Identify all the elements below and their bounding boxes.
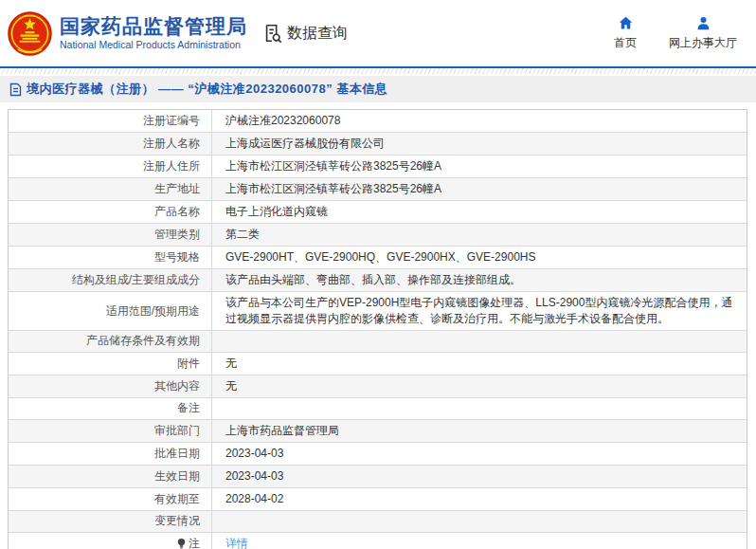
row-label: 批准日期 (9, 443, 212, 465)
user-icon (695, 15, 711, 31)
row-label: 审批部门 (9, 420, 212, 442)
table-row: 批准日期 2023-04-03 (9, 443, 747, 466)
site-subtitle: National Medical Products Administration (60, 38, 247, 51)
document-icon (9, 82, 22, 97)
row-value: 第二类 (212, 224, 747, 246)
row-label-text: 适用范围/预期用途 (106, 303, 200, 320)
row-label-text: 管理类别 (154, 227, 200, 243)
row-value: 无 (212, 375, 747, 397)
national-emblem-logo (8, 11, 52, 56)
row-label-text: 有效期至 (154, 491, 200, 507)
breadcrumb: 境内医疗器械（注册） —— “沪械注准20232060078” 基本信息 (0, 76, 756, 102)
table-row: 注 详情 (9, 533, 747, 549)
table-row: 型号规格 GVE-2900HT、GVE-2900HQ、GVE-2900HX、GV… (9, 247, 747, 269)
table-row: 审批部门 上海市药品监督管理局 (9, 420, 747, 443)
row-label-text: 结构及组成/主要组成成分 (72, 272, 200, 288)
row-value: 2023-04-03 (212, 443, 747, 465)
row-value: 上海成运医疗器械股份有限公司 (212, 133, 747, 155)
detail-link[interactable]: 详情 (225, 536, 248, 549)
table-row: 备注 (9, 398, 747, 420)
row-label-text: 批准日期 (154, 446, 200, 462)
row-value (212, 398, 747, 419)
row-label: 变更情况 (9, 511, 212, 532)
row-value: 无 (212, 353, 747, 375)
nav-home[interactable]: 首页 (614, 15, 637, 51)
row-label: 产品名称 (9, 201, 212, 223)
row-label: 备注 (9, 398, 212, 419)
row-value (212, 511, 747, 532)
table-row: 结构及组成/主要组成成分 该产品由头端部、弯曲部、插入部、操作部及连接部组成。 (9, 269, 747, 292)
table-row: 注册证编号 沪械注准20232060078 (9, 110, 747, 133)
row-label: 结构及组成/主要组成成分 (9, 269, 212, 291)
row-label-text: 注册证编号 (143, 113, 200, 129)
document-search-icon (262, 23, 283, 44)
table-row: 产品储存条件及有效期 (9, 331, 747, 353)
nav-service-hall[interactable]: 网上办事大厅 (669, 15, 737, 51)
row-label-text: 注 (189, 536, 200, 549)
row-label-text: 备注 (177, 400, 200, 416)
info-table: 注册证编号 沪械注准20232060078 注册人名称 上海成运医疗器械股份有限… (8, 109, 747, 549)
row-value: 2023-04-03 (212, 466, 747, 487)
row-label: 有效期至 (9, 488, 212, 510)
row-label-text: 注册人名称 (143, 136, 200, 152)
row-label-text: 型号规格 (154, 249, 200, 265)
table-row: 变更情况 (9, 511, 747, 533)
table-row: 产品名称 电子上消化道内窥镜 (9, 201, 747, 224)
table-row: 附件 无 (9, 353, 747, 375)
row-label-text: 产品名称 (154, 204, 200, 220)
row-label: 型号规格 (9, 247, 212, 268)
row-value: 该产品与本公司生产的VEP-2900H型电子内窥镜图像处理器、LLS-2900型… (212, 292, 747, 330)
table-row: 适用范围/预期用途 该产品与本公司生产的VEP-2900H型电子内窥镜图像处理器… (9, 292, 747, 331)
row-value: 详情 (212, 533, 747, 549)
row-label-text: 变更情况 (154, 513, 200, 529)
row-label: 注 (9, 533, 212, 549)
row-label-text: 生效日期 (154, 468, 200, 485)
nav-home-label: 首页 (614, 35, 637, 51)
row-value (212, 331, 747, 352)
top-navigation: 首页 网上办事大厅 (614, 15, 743, 51)
row-label-text: 附件 (177, 356, 200, 372)
row-label: 注册人住所 (9, 156, 212, 177)
row-label: 注册证编号 (9, 110, 212, 132)
row-value: 2028-04-02 (212, 488, 747, 510)
table-row: 注册人住所 上海市松江区洞泾镇莘砖公路3825号26幢A (9, 156, 747, 178)
row-label: 生产地址 (9, 178, 212, 200)
table-row: 生产地址 上海市松江区洞泾镇莘砖公路3825号26幢A (9, 178, 747, 201)
home-icon (618, 15, 634, 31)
brand-text: 国家药品监督管理局 National Medical Products Admi… (60, 15, 247, 51)
data-query-button[interactable]: 数据查询 (262, 23, 348, 44)
row-label: 管理类别 (9, 224, 212, 246)
site-title: 国家药品监督管理局 (60, 15, 247, 38)
brand: 国家药品监督管理局 National Medical Products Admi… (8, 11, 247, 56)
row-label-text: 审批部门 (154, 423, 200, 439)
table-row: 有效期至 2028-04-02 (9, 488, 747, 511)
table-row: 生效日期 2023-04-03 (9, 466, 747, 488)
row-label: 其他内容 (9, 375, 212, 397)
row-value: 该产品由头端部、弯曲部、插入部、操作部及连接部组成。 (212, 269, 747, 291)
row-label: 附件 (9, 353, 212, 375)
row-label: 注册人名称 (9, 133, 212, 155)
row-label: 生效日期 (9, 466, 212, 487)
site-header: 国家药品监督管理局 National Medical Products Admi… (0, 0, 756, 68)
nav-service-hall-label: 网上办事大厅 (669, 35, 737, 51)
row-value: 上海市松江区洞泾镇莘砖公路3825号26幢A (212, 178, 747, 200)
header-shadow-band (0, 68, 756, 74)
data-query-label: 数据查询 (287, 24, 348, 44)
note-icon (176, 538, 187, 549)
table-row: 注册人名称 上海成运医疗器械股份有限公司 (9, 133, 747, 156)
table-row: 管理类别 第二类 (9, 224, 747, 247)
table-row: 其他内容 无 (9, 375, 747, 398)
row-value: 沪械注准20232060078 (212, 110, 747, 132)
row-label-text: 其他内容 (154, 378, 200, 394)
row-value: GVE-2900HT、GVE-2900HQ、GVE-2900HX、GVE-290… (212, 247, 747, 268)
row-label-text: 注册人住所 (143, 158, 200, 174)
row-value: 电子上消化道内窥镜 (212, 201, 747, 223)
row-label-text: 产品储存条件及有效期 (86, 333, 200, 349)
row-label: 产品储存条件及有效期 (9, 331, 212, 352)
row-label-text: 生产地址 (154, 181, 200, 197)
row-value: 上海市药品监督管理局 (212, 420, 747, 442)
row-label: 适用范围/预期用途 (9, 292, 212, 330)
breadcrumb-text: 境内医疗器械（注册） —— “沪械注准20232060078” 基本信息 (27, 81, 387, 98)
row-value: 上海市松江区洞泾镇莘砖公路3825号26幢A (212, 156, 747, 177)
